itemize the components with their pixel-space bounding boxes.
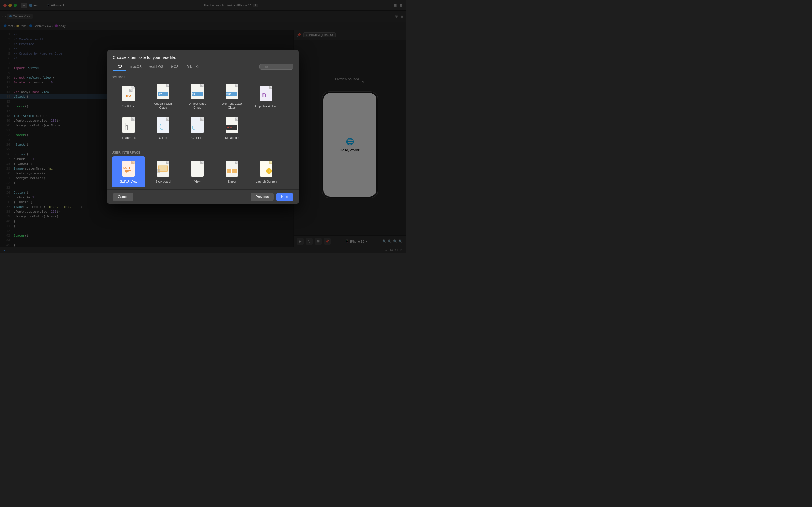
header-file-icon: h bbox=[121, 116, 136, 134]
swiftui-view-label: SwiftUI View bbox=[120, 179, 137, 183]
swift-file-label: Swift File bbox=[122, 104, 135, 108]
storyboard-icon bbox=[156, 160, 170, 178]
unit-test-item[interactable]: UNIT Unit Test CaseClass bbox=[215, 81, 249, 112]
objective-c-label: Objective-C File bbox=[255, 104, 277, 108]
source-template-grid: SWIFT Swift File UI bbox=[112, 81, 294, 144]
svg-text:UI: UI bbox=[192, 93, 195, 95]
c-file-icon: C bbox=[156, 116, 170, 134]
tab-ios[interactable]: iOS bbox=[113, 63, 126, 71]
view-icon bbox=[190, 160, 205, 178]
modal-content: Source SWIFT Swift bbox=[107, 71, 299, 189]
svg-text:UNIT: UNIT bbox=[226, 93, 231, 95]
modal-title: Choose a template for your new file: bbox=[107, 50, 299, 63]
storyboard-label: Storyboard bbox=[155, 179, 170, 183]
filter-wrap bbox=[259, 63, 293, 71]
ui-test-item[interactable]: UI UI Test CaseClass bbox=[181, 81, 214, 112]
next-button[interactable]: Next bbox=[276, 193, 293, 201]
svg-text:UI: UI bbox=[159, 93, 162, 96]
empty-label: Empty bbox=[227, 179, 236, 183]
tab-watchos[interactable]: watchOS bbox=[146, 63, 167, 71]
empty-icon bbox=[224, 160, 239, 178]
previous-button[interactable]: Previous bbox=[251, 193, 274, 201]
section-divider bbox=[112, 147, 294, 147]
tab-driverkit[interactable]: DriverKit bbox=[183, 63, 203, 71]
filter-input[interactable] bbox=[259, 64, 293, 69]
new-file-dialog: Choose a template for your new file: iOS… bbox=[107, 50, 299, 204]
svg-text:SWIFT: SWIFT bbox=[126, 95, 133, 97]
svg-text:m: m bbox=[262, 91, 266, 99]
modal-footer-right: Previous Next bbox=[251, 193, 293, 201]
launch-screen-item[interactable]: 1 Launch Screen bbox=[249, 156, 283, 187]
modal-overlay: Choose a template for your new file: iOS… bbox=[0, 0, 406, 253]
ui-section-label: User Interface bbox=[112, 151, 294, 154]
svg-text:h: h bbox=[124, 122, 129, 131]
view-item[interactable]: View bbox=[181, 156, 214, 187]
cocoa-touch-label: Cocoa TouchClass bbox=[154, 102, 172, 110]
source-section-label: Source bbox=[112, 75, 294, 79]
unit-test-label: Unit Test CaseClass bbox=[221, 102, 242, 110]
svg-text:C: C bbox=[159, 122, 164, 131]
launch-screen-label: Launch Screen bbox=[256, 179, 276, 183]
cocoa-touch-item[interactable]: UI Cocoa TouchClass bbox=[146, 81, 180, 112]
header-file-item[interactable]: h Header File bbox=[112, 113, 146, 144]
ui-template-grid: SWIFT SwiftUI View bbox=[112, 156, 294, 187]
swiftui-view-icon: SWIFT bbox=[121, 160, 136, 178]
modal-footer: Cancel Previous Next bbox=[107, 189, 299, 204]
metal-file-icon: METAL bbox=[224, 116, 239, 134]
cpp-file-item[interactable]: C++ C++ File bbox=[181, 113, 214, 144]
cpp-file-label: C++ File bbox=[192, 136, 203, 140]
storyboard-item[interactable]: Storyboard bbox=[146, 156, 180, 187]
view-label: View bbox=[194, 179, 201, 183]
c-file-label: C File bbox=[159, 136, 167, 140]
svg-text:C++: C++ bbox=[192, 124, 202, 131]
tab-macos[interactable]: macOS bbox=[126, 63, 146, 71]
unit-test-icon: UNIT bbox=[224, 83, 239, 100]
tab-tvos[interactable]: tvOS bbox=[167, 63, 183, 71]
svg-rect-49 bbox=[157, 169, 160, 173]
swiftui-view-item[interactable]: SWIFT SwiftUI View bbox=[112, 156, 146, 187]
c-file-item[interactable]: C C File bbox=[146, 113, 180, 144]
objective-c-item[interactable]: m Objective-C File bbox=[249, 81, 283, 112]
svg-text:METAL: METAL bbox=[227, 126, 233, 129]
svg-text:SWIFT: SWIFT bbox=[123, 167, 130, 169]
cpp-file-icon: C++ bbox=[190, 116, 205, 134]
ui-test-label: UI Test CaseClass bbox=[189, 102, 206, 110]
swift-file-item[interactable]: SWIFT Swift File bbox=[112, 81, 146, 112]
launch-screen-icon: 1 bbox=[259, 160, 273, 178]
objective-c-icon: m bbox=[259, 84, 273, 103]
header-file-label: Header File bbox=[121, 136, 137, 140]
swift-file-icon: SWIFT bbox=[121, 84, 136, 103]
svg-text:1: 1 bbox=[268, 169, 270, 173]
metal-file-label: Metal File bbox=[225, 136, 239, 140]
empty-item[interactable]: Empty bbox=[215, 156, 249, 187]
metal-file-item[interactable]: METAL Metal File bbox=[215, 113, 249, 144]
cocoa-touch-icon: UI bbox=[156, 83, 170, 100]
modal-tabs: iOS macOS watchOS tvOS DriverKit bbox=[107, 63, 299, 71]
ui-test-icon: UI bbox=[190, 83, 205, 100]
cancel-button[interactable]: Cancel bbox=[113, 193, 133, 201]
